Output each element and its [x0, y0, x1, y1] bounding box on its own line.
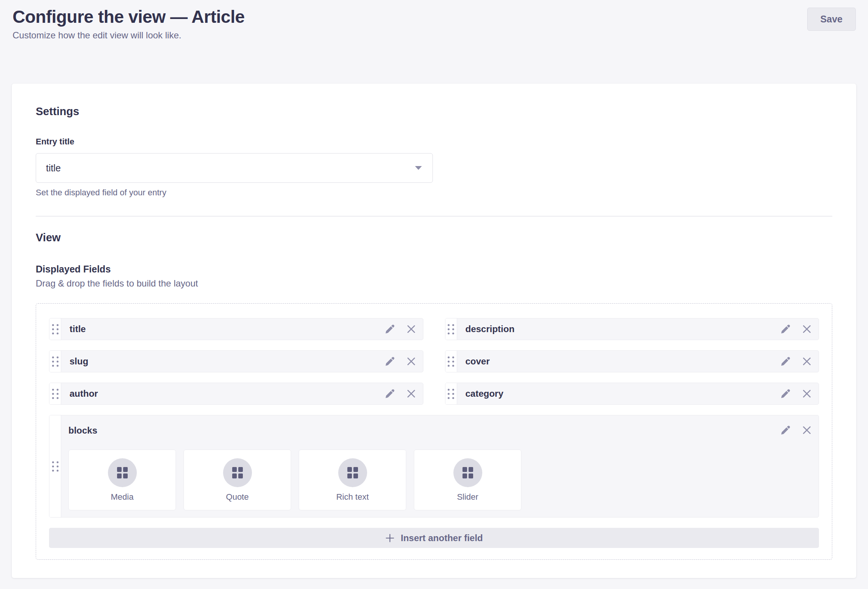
- drag-dots-icon: [448, 324, 454, 334]
- edit-field-button[interactable]: [780, 324, 790, 334]
- component-card-slider[interactable]: Slider: [414, 450, 521, 510]
- field-name: blocks: [68, 424, 97, 436]
- delete-field-button[interactable]: [801, 356, 813, 367]
- component-circle: [108, 458, 137, 487]
- component-circle: [223, 458, 252, 487]
- field-actions: [384, 351, 423, 372]
- field-row-author: author: [49, 383, 423, 405]
- close-icon: [801, 424, 813, 436]
- drag-dots-icon: [448, 389, 454, 399]
- drag-handle[interactable]: [49, 415, 61, 517]
- component-circle: [453, 458, 482, 487]
- component-card-media[interactable]: Media: [68, 450, 176, 510]
- field-name: cover: [457, 351, 780, 372]
- settings-card: Settings Entry title title Set the displ…: [12, 84, 856, 578]
- entry-title-select[interactable]: title: [36, 153, 433, 183]
- entry-title-label: Entry title: [36, 137, 832, 147]
- drag-handle[interactable]: [49, 318, 61, 340]
- component-label: Rich text: [336, 492, 369, 502]
- edit-field-button[interactable]: [384, 356, 395, 367]
- field-name: description: [457, 318, 780, 340]
- component-cards: Media Quote: [68, 450, 813, 510]
- field-actions: [384, 318, 423, 340]
- drag-handle[interactable]: [49, 351, 61, 372]
- drag-handle[interactable]: [445, 383, 457, 404]
- field-row-slug: slug: [49, 350, 423, 372]
- entry-title-value: title: [46, 163, 61, 174]
- field-actions: [780, 383, 819, 404]
- component-label: Quote: [226, 492, 249, 502]
- drag-dots-icon: [52, 389, 59, 399]
- entry-title-help: Set the displayed field of your entry: [36, 188, 832, 198]
- delete-field-button[interactable]: [801, 424, 813, 436]
- pencil-icon: [384, 324, 395, 334]
- edit-field-button[interactable]: [384, 388, 395, 399]
- pencil-icon: [780, 425, 790, 435]
- pencil-icon: [780, 388, 790, 399]
- blocks-header: blocks: [68, 424, 813, 436]
- field-actions: [384, 383, 423, 404]
- displayed-fields-heading: Displayed Fields: [36, 264, 832, 275]
- drag-handle[interactable]: [445, 318, 457, 340]
- settings-heading: Settings: [36, 106, 832, 117]
- chevron-down-icon: [415, 166, 422, 170]
- page-title: Configure the view — Article: [13, 7, 245, 27]
- pencil-icon: [384, 388, 395, 399]
- field-name: author: [61, 383, 384, 404]
- pencil-icon: [780, 324, 790, 334]
- delete-field-button[interactable]: [405, 323, 417, 335]
- delete-field-button[interactable]: [801, 323, 813, 335]
- drag-dots-icon: [52, 324, 59, 334]
- pencil-icon: [384, 356, 395, 367]
- insert-another-field-label: Insert another field: [401, 533, 483, 543]
- drag-handle[interactable]: [445, 351, 457, 372]
- save-button[interactable]: Save: [807, 8, 856, 31]
- close-icon: [405, 388, 417, 399]
- drag-dots-icon: [52, 461, 59, 472]
- close-icon: [801, 323, 813, 335]
- plus-icon: [385, 533, 395, 543]
- component-grid-icon: [463, 467, 473, 478]
- delete-field-button[interactable]: [801, 388, 813, 399]
- field-name: slug: [61, 351, 384, 372]
- delete-field-button[interactable]: [405, 388, 417, 399]
- drag-handle[interactable]: [49, 383, 61, 404]
- component-grid-icon: [117, 467, 128, 478]
- insert-another-field-button[interactable]: Insert another field: [49, 528, 819, 548]
- component-card-quote[interactable]: Quote: [184, 450, 291, 510]
- pencil-icon: [780, 356, 790, 367]
- component-circle: [338, 458, 367, 487]
- field-name: category: [457, 383, 780, 404]
- field-row-description: description: [445, 318, 819, 340]
- fields-grid: title description: [49, 318, 819, 518]
- edit-field-button[interactable]: [780, 356, 790, 367]
- close-icon: [405, 323, 417, 335]
- fields-dropzone: title description: [36, 303, 832, 560]
- blocks-content: blocks: [61, 415, 819, 517]
- component-label: Media: [111, 492, 134, 502]
- view-heading: View: [36, 232, 832, 243]
- field-row-title: title: [49, 318, 423, 340]
- field-row-blocks: blocks: [49, 415, 819, 518]
- edit-field-button[interactable]: [780, 425, 790, 435]
- page-header: Configure the view — Article Customize h…: [0, 0, 868, 41]
- section-divider: [36, 216, 832, 217]
- field-actions: [780, 318, 819, 340]
- delete-field-button[interactable]: [405, 356, 417, 367]
- close-icon: [405, 356, 417, 367]
- configure-view-page: Configure the view — Article Customize h…: [0, 0, 868, 589]
- field-row-category: category: [445, 383, 819, 405]
- page-subtitle: Customize how the edit view will look li…: [13, 30, 245, 41]
- displayed-fields-subheading: Drag & drop the fields to build the layo…: [36, 278, 832, 289]
- component-grid-icon: [347, 467, 358, 478]
- field-actions: [780, 351, 819, 372]
- close-icon: [801, 356, 813, 367]
- header-titles: Configure the view — Article Customize h…: [13, 7, 245, 41]
- field-name: title: [61, 318, 384, 340]
- drag-dots-icon: [52, 356, 59, 367]
- component-card-rich-text[interactable]: Rich text: [299, 450, 406, 510]
- edit-field-button[interactable]: [384, 324, 395, 334]
- edit-field-button[interactable]: [780, 388, 790, 399]
- field-actions: [780, 424, 813, 436]
- drag-dots-icon: [448, 356, 454, 367]
